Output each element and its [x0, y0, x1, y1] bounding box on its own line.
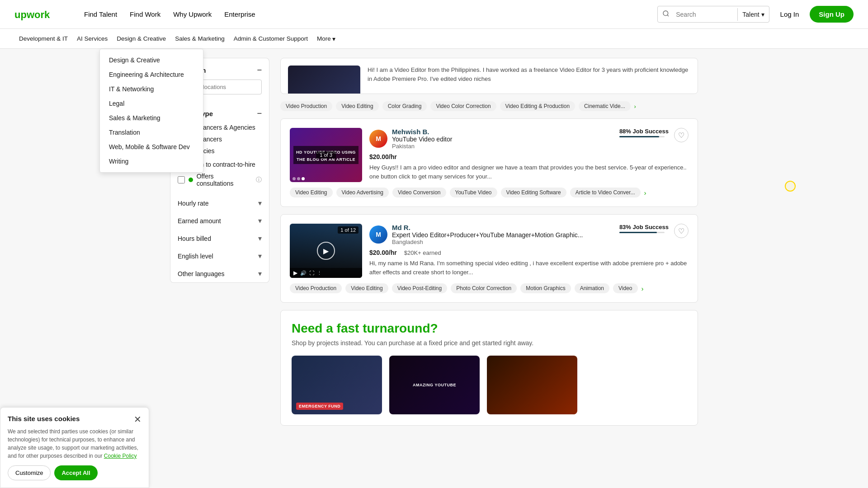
cat-dev-it[interactable]: Development & IT — [14, 33, 72, 44]
other-languages-filter: Other languages ▾ — [170, 265, 269, 283]
tag[interactable]: Cinematic Vide... — [579, 101, 631, 111]
hours-billed-toggle[interactable]: Hours billed ▾ — [178, 234, 262, 243]
english-level-chevron-icon: ▾ — [258, 252, 262, 260]
login-button[interactable]: Log In — [775, 7, 805, 22]
tag[interactable]: Video Production — [290, 283, 342, 293]
card1-country: Pakistan — [392, 143, 452, 150]
tag[interactable]: Photo Color Correction — [451, 283, 517, 293]
tag[interactable]: YouTube Video — [450, 188, 497, 197]
card1-name[interactable]: Mehwish B. — [392, 128, 429, 136]
card2-name[interactable]: Md R. — [392, 224, 410, 231]
tag[interactable]: Video Editing — [345, 283, 388, 293]
tag[interactable]: Video — [613, 283, 637, 293]
cookie-title: This site uses cookies — [8, 415, 80, 422]
card1-thumbnail: HD YOUTUBE VIDEO USINGTHE BLOG OR AN ART… — [290, 128, 362, 182]
dropdown-item-engineering[interactable]: Engineering & Architecture — [100, 67, 203, 82]
tag[interactable]: Video Editing — [336, 101, 379, 111]
hours-billed-filter: Hours billed ▾ — [170, 230, 269, 247]
tag[interactable]: Video Conversion — [392, 188, 446, 197]
earned-amount-chevron-icon: ▾ — [258, 216, 262, 225]
promo-card-3[interactable] — [487, 356, 577, 414]
promo-title: Need a fast turnaround? — [292, 321, 687, 336]
freelancer-card-2: ▶ ▶ 🔊 ⛶ ⋮ 1 of 12 M — [280, 214, 698, 303]
dropdown-item-sales[interactable]: Sales & Marketing — [100, 111, 203, 125]
nav-find-talent[interactable]: Find Talent — [79, 7, 123, 22]
svg-line-2 — [667, 15, 669, 16]
cat-ai[interactable]: AI Services — [72, 33, 112, 44]
signup-button[interactable]: Sign Up — [810, 6, 854, 23]
tag[interactable]: Video Editing Software — [501, 188, 566, 197]
promo-card-2[interactable]: AMAZING YOUTUBE — [389, 356, 480, 414]
hourly-rate-toggle[interactable]: Hourly rate ▾ — [178, 199, 262, 207]
card2-job-success-bar — [619, 232, 665, 233]
tag[interactable]: Animation — [575, 283, 609, 293]
cat-admin[interactable]: Admin & Customer Support — [229, 33, 312, 44]
card2-play-btn[interactable]: ▶ — [293, 270, 297, 276]
cookie-close-btn[interactable]: ✕ — [134, 415, 142, 424]
tag[interactable]: Motion Graphics — [520, 283, 571, 293]
partial-desc: Hi! I am a Video Editor from the Philipp… — [368, 66, 690, 83]
card2-volume-btn[interactable]: 🔊 — [300, 270, 307, 276]
dropdown-item-translation[interactable]: Translation — [100, 125, 203, 140]
card1-tags: Video Editing Video Advertising Video Co… — [290, 188, 689, 197]
cat-sales[interactable]: Sales & Marketing — [170, 33, 229, 44]
freelancer-card-1: HD YOUTUBE VIDEO USINGTHE BLOG OR AN ART… — [280, 118, 698, 207]
tag[interactable]: Video Advertising — [336, 188, 389, 197]
cat-design[interactable]: Design & Creative — [112, 33, 170, 44]
cat-more[interactable]: More ▾ — [312, 33, 340, 44]
nav-enterprise[interactable]: Enterprise — [219, 7, 260, 22]
search-input[interactable] — [674, 8, 737, 21]
card2-tags-more[interactable]: › — [642, 285, 644, 292]
checkbox-consultations[interactable]: Offers consultations ⓘ — [178, 173, 262, 187]
tag[interactable]: Video Production — [280, 101, 332, 111]
card1-job-success-bar — [619, 136, 665, 137]
card1-rate: $20.00/hr — [369, 153, 397, 160]
info-icon: ⓘ — [256, 176, 262, 184]
category-nav: Development & IT AI Services Design & Cr… — [0, 29, 868, 49]
card1-tags-more[interactable]: › — [644, 189, 646, 197]
dropdown-item-legal[interactable]: Legal — [100, 96, 203, 111]
tags-more-btn[interactable]: › — [634, 103, 636, 110]
nav-why-upwork[interactable]: Why Upwork — [168, 7, 217, 22]
earned-amount-filter: Earned amount ▾ — [170, 212, 269, 230]
card1-heart-btn[interactable]: ♡ — [674, 128, 689, 142]
other-languages-toggle[interactable]: Other languages ▾ — [178, 269, 262, 278]
promo-cards: EMERGENCY FUND AMAZING YOUTUBE — [292, 356, 687, 414]
location-collapse-icon: − — [257, 66, 262, 75]
svg-text:upwork: upwork — [14, 9, 50, 20]
dropdown-item-webmobile[interactable]: Web, Mobile & Software Dev — [100, 140, 203, 154]
dropdown-item-writing[interactable]: Writing — [100, 154, 203, 169]
card1-title: YouTube Video editor — [392, 136, 452, 143]
hourly-rate-chevron-icon: ▾ — [258, 199, 262, 207]
talent-selector[interactable]: Talent ▾ — [737, 8, 769, 21]
tag[interactable]: Color Grading — [382, 101, 427, 111]
card2-more-btn[interactable]: ⋮ — [317, 270, 322, 276]
promo-card-1[interactable]: EMERGENCY FUND — [292, 356, 382, 414]
other-languages-chevron-icon: ▾ — [258, 269, 262, 278]
earned-amount-toggle[interactable]: Earned amount ▾ — [178, 216, 262, 225]
top-nav: upwork Find Talent Find Work Why Upwork … — [0, 0, 868, 29]
tag[interactable]: Video Editing — [290, 188, 333, 197]
card1-desc: Hey Guys!! I am a pro video editor and d… — [369, 163, 689, 181]
more-chevron-icon: ▾ — [332, 35, 335, 42]
card2-country: Bangladesh — [392, 239, 583, 245]
tag[interactable]: Article to Video Conver... — [570, 188, 641, 197]
card2-fullscreen-btn[interactable]: ⛶ — [309, 270, 314, 276]
english-level-toggle[interactable]: English level ▾ — [178, 252, 262, 260]
nav-find-work[interactable]: Find Work — [124, 7, 166, 22]
cookie-text: We and selected third parties use cookie… — [8, 427, 142, 435]
partial-tags: Video Production Video Editing Color Gra… — [280, 101, 698, 111]
dropdown-item-design[interactable]: Design & Creative — [100, 53, 203, 67]
dropdown-menu: Design & Creative Engineering & Architec… — [99, 49, 203, 173]
card2-heart-btn[interactable]: ♡ — [674, 224, 689, 238]
logo[interactable]: upwork — [14, 8, 64, 21]
tag[interactable]: Video Color Correction — [430, 101, 496, 111]
tag[interactable]: Video Post-Editing — [392, 283, 448, 293]
card2-count: 1 of 12 — [338, 226, 359, 234]
green-dot-icon — [189, 178, 193, 182]
card2-job-success: 83% Job Success — [619, 224, 669, 230]
tag[interactable]: Video Editing & Production — [500, 101, 576, 111]
card2-thumbnail: ▶ ▶ 🔊 ⛶ ⋮ 1 of 12 — [290, 224, 362, 278]
dropdown-item-it[interactable]: IT & Networking — [100, 82, 203, 96]
main-content: 1 of 6 Hi! I am a Video Editor from the … — [280, 58, 698, 426]
